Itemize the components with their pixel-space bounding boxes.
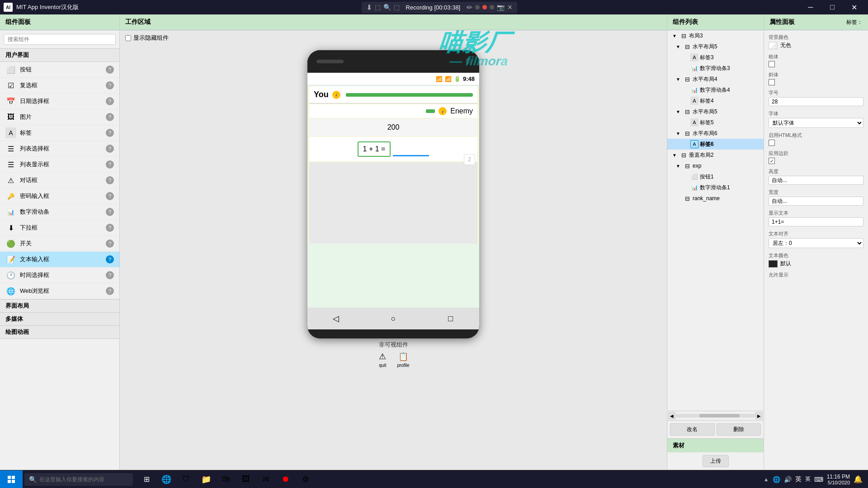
notification-icon[interactable]: 🔔 [854,475,863,483]
tree-scrollbar-thumb[interactable] [699,414,740,418]
taskbar-search[interactable]: 🔍 [24,473,133,486]
minimize-button[interactable]: ─ [800,1,821,14]
nav-home-button[interactable]: ○ [384,310,402,328]
tree-item-label6[interactable]: A 标签6 [667,139,764,150]
collapse-hlay5[interactable]: ▼ [675,43,682,50]
image-help[interactable]: ? [106,113,114,121]
search-input[interactable] [4,34,116,45]
taskbar-defender[interactable]: 🛡 [176,470,196,488]
label-help[interactable]: ? [106,129,114,137]
taskbar-settings[interactable]: ⚙ [296,470,316,488]
tray-chevron[interactable]: ▲ [764,476,769,483]
taskbar-photos[interactable]: 🖼 [236,470,256,488]
collapse-exp[interactable]: ▼ [675,162,682,169]
margin-checkbox[interactable]: ✓ [769,158,775,164]
notifier-help[interactable]: ? [106,176,114,184]
comp-label[interactable]: A 标签 ? [0,125,119,141]
comp-passwordbox[interactable]: 🔑 密码输入框 ? [0,188,119,204]
comp-textbox[interactable]: 📝 文本输入框 ? [0,252,119,267]
font-select[interactable]: 默认字体 [769,118,863,128]
tree-item-exp[interactable]: ▼ ⊟ exp [667,160,764,171]
tree-item-hlay4[interactable]: ▼ ⊟ 水平布局4 [667,74,764,84]
answer-input[interactable] [393,142,429,156]
tree-item-layout3[interactable]: ▼ ⊟ 布局3 [667,30,764,41]
tree-item-slider1[interactable]: 📊 数字滑动条1 [667,182,764,193]
taskbar-clock[interactable]: 11:16 PM 5/10/2020 [827,474,850,485]
html-checkbox[interactable] [769,140,775,146]
prop-visible: 允许显示 [764,270,868,282]
fontsize-input[interactable] [769,97,863,106]
taskbar-search-input[interactable] [39,476,125,483]
comp-button[interactable]: ⬜ 按钮 ? [0,62,119,78]
bgcolor-swatch[interactable] [769,42,778,49]
tree-item-label4[interactable]: A 标签4 [667,95,764,106]
left-panel: 组件面板 用户界面 ⬜ 按钮 ? ☑ 复选框 ? 📅 日期选择框 ? 🖼 [0,14,120,470]
show-hidden-label[interactable]: 显示隐藏组件 [125,34,169,42]
switch-help[interactable]: ? [106,239,114,248]
delete-button[interactable]: 删除 [717,423,761,436]
tree-item-slider3[interactable]: 📊 数字滑动条3 [667,63,764,74]
comp-datepicker[interactable]: 📅 日期选择框 ? [0,94,119,109]
tree-scroll-left[interactable]: ◀ [668,412,675,419]
bold-checkbox[interactable] [769,61,775,67]
tree-item-label5[interactable]: A 标签5 [667,117,764,128]
tree-scroll-right[interactable]: ▶ [755,412,763,419]
checkbox-help[interactable]: ? [106,81,114,89]
comp-slider[interactable]: 📊 数字滑动条 ? [0,204,119,220]
close-button[interactable]: ✕ [844,1,864,14]
tree-item-label3[interactable]: A 标签3 [667,52,764,63]
maximize-button[interactable]: □ [822,1,843,14]
taskbar-edge[interactable]: 🌐 [156,470,176,488]
taskbar-mail[interactable]: ✉ [256,470,276,488]
comp-timepicker[interactable]: 🕐 时间选择框 ? [0,267,119,283]
display-text-input[interactable] [769,217,863,226]
textbox-help[interactable]: ? [106,255,114,263]
tree-item-hlay6[interactable]: ▼ ⊟ 水平布局6 [667,128,764,139]
collapse-vlay2[interactable]: ▼ [671,151,678,159]
tree-item-vlay2[interactable]: ▼ ⊟ 垂直布局2 [667,150,764,160]
width-input[interactable] [769,197,863,206]
passwordbox-help[interactable]: ? [106,192,114,200]
comp-spinner[interactable]: ⬇ 下拉框 ? [0,220,119,236]
start-button[interactable] [0,470,23,488]
text-align-select[interactable]: 居左：0 [769,238,863,248]
taskbar-record[interactable]: ⏺ [276,470,296,488]
upload-button[interactable]: 上传 [703,455,729,467]
collapse-layout3[interactable]: ▼ [671,32,678,39]
listview-help[interactable]: ? [106,160,114,169]
taskbar-explorer[interactable]: 📁 [196,470,216,488]
collapse-hlay6[interactable]: ▼ [675,130,682,137]
slider-help[interactable]: ? [106,208,114,216]
spinner-help[interactable]: ? [106,224,114,232]
tree-item-hlay5b[interactable]: ▼ ⊟ 水平布局5 [667,106,764,117]
datepicker-help[interactable]: ? [106,97,114,105]
nav-recent-button[interactable]: □ [442,310,460,328]
text-color-swatch[interactable] [769,260,778,267]
taskbar-store[interactable]: 🛍 [216,470,236,488]
comp-webviewer[interactable]: 🌐 Web浏览框 ? [0,283,119,299]
taskbar-task-view[interactable]: ⊞ [137,470,156,488]
button-help[interactable]: ? [106,66,114,74]
comp-switch[interactable]: 🟢 开关 ? [0,236,119,252]
tree-item-hlay5[interactable]: ▼ ⊟ 水平布局5 [667,41,764,52]
comp-image[interactable]: 🖼 图片 ? [0,109,119,125]
height-input[interactable] [769,176,863,185]
comp-checkbox[interactable]: ☑ 复选框 ? [0,78,119,94]
collapse-hlay4[interactable]: ▼ [675,75,682,83]
comp-notifier[interactable]: ⚠ 对话框 ? [0,173,119,188]
close-recording-icon[interactable]: ✕ [507,4,513,11]
timepicker-help[interactable]: ? [106,271,114,279]
toggle-rankname [675,195,682,202]
collapse-hlay5b[interactable]: ▼ [675,108,682,115]
tree-item-slider4[interactable]: 📊 数字滑动条4 [667,84,764,95]
italic-checkbox[interactable] [769,79,775,85]
show-hidden-checkbox[interactable] [125,35,131,41]
webviewer-help[interactable]: ? [106,287,114,295]
tree-item-button1[interactable]: ⬜ 按钮1 [667,171,764,182]
comp-listview[interactable]: ☰ 列表显示框 ? [0,157,119,173]
comp-listpicker[interactable]: ☰ 列表选择框 ? [0,141,119,157]
listpicker-help[interactable]: ? [106,145,114,153]
nav-back-button[interactable]: ◁ [327,310,345,328]
tree-item-rankname[interactable]: ⊟ rank_name [667,193,764,204]
rename-button[interactable]: 改名 [670,423,715,436]
